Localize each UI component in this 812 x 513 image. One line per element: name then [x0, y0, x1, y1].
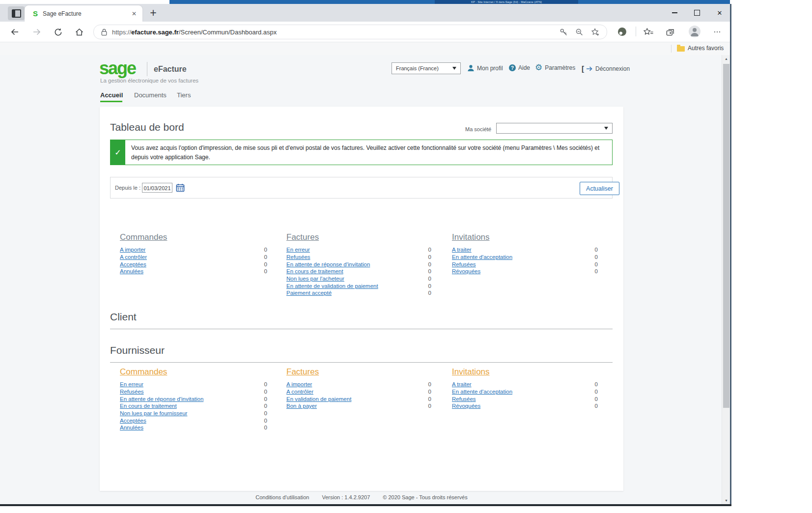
browser-toolbar: https://efacture.sage.fr/Screen/Commun/D…	[0, 22, 730, 42]
dashboard-row: A traiter0	[452, 381, 598, 388]
dashboard-link[interactable]: Acceptées	[120, 261, 146, 267]
dashboard-link[interactable]: En validation de paiement	[286, 396, 351, 402]
client-factures-column: Factures En erreur0Refusées0En attente d…	[286, 232, 431, 297]
new-tab-button[interactable]: +	[146, 5, 161, 20]
dashboard-link[interactable]: A importer	[286, 381, 312, 387]
dashboard-link[interactable]: En cours de traitement	[120, 403, 177, 409]
dashboard-count: 0	[264, 418, 267, 424]
logout-bracket-icon: [	[582, 64, 584, 73]
dashboard-link[interactable]: En attente d'acceptation	[452, 389, 512, 395]
dashboard-count: 0	[428, 247, 431, 253]
address-bar[interactable]: https://efacture.sage.fr/Screen/Commun/D…	[93, 25, 607, 39]
calendar-icon[interactable]	[176, 183, 185, 192]
column-heading-link[interactable]: Invitations	[452, 232, 490, 242]
dashboard-count: 0	[264, 425, 267, 430]
since-label: Depuis le :	[115, 185, 140, 191]
dashboard-link[interactable]: Annulées	[120, 425, 143, 430]
menu-item-parametres[interactable]: ⚙ Paramètres	[535, 64, 575, 71]
favorites-button[interactable]	[643, 26, 654, 38]
dashboard-link[interactable]: A traiter	[452, 247, 472, 253]
section-title-fournisseur: Fournisseur	[110, 344, 165, 356]
dashboard-link[interactable]: Annulées	[120, 268, 143, 274]
menu-item-deconnexion[interactable]: [ Déconnexion	[582, 64, 630, 73]
nav-tab-tiers[interactable]: Tiers	[177, 91, 191, 99]
dashboard-link[interactable]: Révoquées	[452, 403, 480, 409]
add-favorite-star-icon[interactable]	[591, 28, 600, 36]
dashboard-link[interactable]: En attente de réponse d'invitation	[120, 396, 203, 402]
refresh-button[interactable]	[52, 26, 64, 38]
scrollbar-down-icon[interactable]: ▼	[722, 499, 730, 502]
tab-close-icon[interactable]: ✕	[132, 10, 137, 17]
extension-badge-icon[interactable]	[618, 28, 626, 36]
dashboard-link[interactable]: En attente d'acceptation	[452, 254, 512, 260]
dashboard-link[interactable]: Bon à payer	[286, 403, 317, 409]
dashboard-link[interactable]: En erreur	[120, 381, 143, 387]
collections-button[interactable]	[664, 26, 676, 38]
column-heading-link[interactable]: Factures	[286, 367, 319, 377]
dashboard-link[interactable]: En cours de traitement	[286, 268, 343, 274]
window-minimize-button[interactable]	[666, 4, 683, 22]
fournisseur-factures-column: Factures A importer0A contrôler0En valid…	[286, 367, 431, 410]
product-name: eFacture	[154, 65, 187, 74]
home-button[interactable]	[73, 26, 85, 38]
window-maximize-button[interactable]	[688, 4, 706, 22]
dashboard-link[interactable]: Acceptées	[120, 418, 146, 424]
dashboard-link[interactable]: Non lues par l'acheteur	[286, 276, 344, 282]
actualiser-button[interactable]: Actualiser	[580, 182, 619, 195]
dashboard-row: Paiement accepté0	[286, 289, 431, 297]
help-icon: ?	[509, 64, 516, 71]
dashboard-link[interactable]: En erreur	[286, 247, 310, 253]
dashboard-row: Annulées0	[120, 268, 267, 275]
other-favorites-button[interactable]: Autres favoris	[688, 45, 724, 52]
browser-menu-button[interactable]	[711, 26, 724, 38]
menu-label: Aide	[518, 64, 530, 71]
dashboard-link[interactable]: A contrôler	[286, 389, 313, 395]
terms-link[interactable]: Conditions d'utilisation	[255, 494, 309, 500]
column-rows: A traiter0En attente d'acceptation0Refus…	[452, 381, 598, 410]
browser-tab-active[interactable]: S Sage eFacture ✕	[25, 5, 142, 22]
nav-tab-documents[interactable]: Documents	[134, 91, 167, 99]
column-heading-link[interactable]: Commandes	[120, 367, 167, 377]
dashboard-link[interactable]: En attente de réponse d'invitation	[286, 261, 370, 267]
language-select[interactable]: Français (France)	[392, 62, 461, 74]
password-key-icon[interactable]	[560, 28, 568, 36]
forward-button[interactable]	[31, 26, 43, 38]
zoom-out-icon[interactable]	[575, 28, 584, 36]
scrollbar-thumb[interactable]	[723, 64, 729, 408]
version-text: Version : 1.4.2.9207	[322, 494, 370, 500]
vertical-scrollbar[interactable]: ▲ ▼	[722, 55, 730, 504]
menu-item-aide[interactable]: ? Aide	[509, 64, 530, 71]
column-rows: A traiter0En attente d'acceptation0Refus…	[452, 246, 598, 275]
back-button[interactable]	[9, 26, 21, 38]
dashboard-link[interactable]: En attente de validation de paiement	[286, 283, 378, 289]
tab-actions-button[interactable]	[8, 6, 25, 20]
page-footer: Conditions d'utilisationVersion : 1.4.2.…	[100, 494, 623, 500]
dashboard-link[interactable]: Révoquées	[452, 268, 480, 274]
menu-item-mon-profil[interactable]: Mon profil	[467, 64, 503, 72]
dashboard-link[interactable]: Refusées	[286, 254, 310, 260]
since-date-input[interactable]: 01/03/2021	[142, 183, 172, 193]
dashboard-link[interactable]: Paiement accepté	[286, 290, 332, 296]
dashboard-link[interactable]: A traiter	[452, 381, 472, 387]
dashboard-link[interactable]: A contrôler	[120, 254, 147, 260]
column-heading-link[interactable]: Commandes	[120, 232, 167, 242]
profile-avatar[interactable]	[689, 26, 700, 37]
dashboard-row: Refusées0	[452, 395, 598, 402]
nav-tab-accueil[interactable]: Accueil	[100, 91, 123, 99]
dashboard-row: A traiter0	[452, 246, 598, 254]
column-heading-link[interactable]: Invitations	[452, 367, 490, 377]
dashboard-link[interactable]: Refusées	[452, 261, 476, 267]
scrollbar-up-icon[interactable]: ▲	[722, 57, 730, 60]
dashboard-row: En attente d'acceptation0	[452, 254, 598, 261]
dashboard-link[interactable]: Non lues par le fournisseur	[120, 410, 187, 416]
window-close-button[interactable]: ✕	[711, 4, 728, 22]
window-right-border	[730, 4, 731, 506]
company-select[interactable]	[496, 123, 613, 134]
dashboard-count: 0	[595, 381, 598, 387]
column-heading-link[interactable]: Factures	[286, 232, 319, 242]
gear-icon: ⚙	[535, 64, 542, 71]
dashboard-link[interactable]: A importer	[120, 247, 145, 253]
dashboard-link[interactable]: Refusées	[452, 396, 476, 402]
dashboard-link[interactable]: Refusées	[120, 389, 144, 395]
url-text[interactable]: https://efacture.sage.fr/Screen/Commun/D…	[112, 28, 277, 36]
